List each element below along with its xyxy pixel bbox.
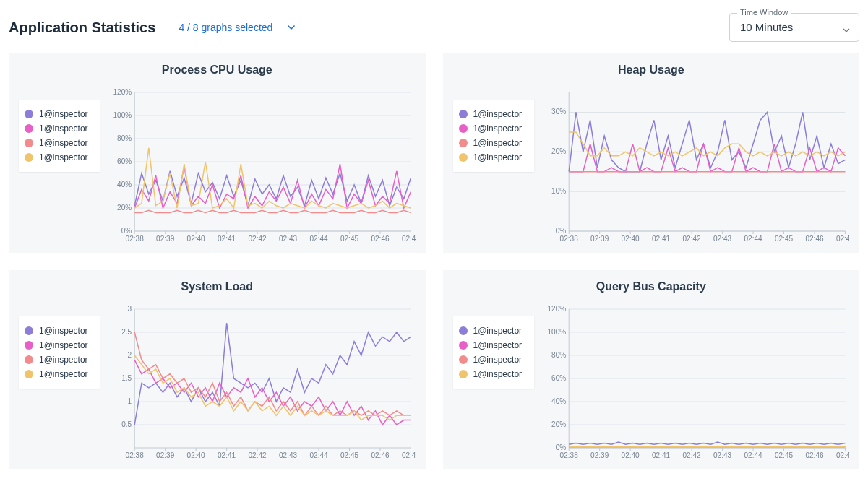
legend-row[interactable]: 1@inspector [459,136,528,150]
svg-text:02:38: 02:38 [126,235,145,243]
svg-text:02:42: 02:42 [249,451,267,459]
legend-row[interactable]: 1@inspector [25,324,94,338]
chart-area-cpu: 1@inspector1@inspector1@inspector1@inspe… [19,87,416,246]
svg-text:02:43: 02:43 [279,235,298,243]
graphs-selected-text: 4 / 8 graphs selected [179,22,272,33]
panel-grid: Process CPU Usage 1@inspector1@inspector… [0,53,868,484]
plot-qbus[interactable]: 0%20%40%60%80%100%120%02:3802:3902:4002:… [544,303,850,462]
plot-cpu[interactable]: 0%20%40%60%80%100%120%02:3802:3902:4002:… [110,87,416,246]
svg-text:02:38: 02:38 [126,451,145,459]
svg-text:1: 1 [128,397,132,405]
graphs-selected-toggle[interactable]: 4 / 8 graphs selected [179,22,297,33]
plot-wrap-load: 0.511.522.5302:3802:3902:4002:4102:4202:… [110,303,416,462]
legend-row[interactable]: 1@inspector [25,107,94,121]
svg-text:80%: 80% [117,134,132,142]
page-title: Application Statistics [9,20,155,36]
legend-cpu: 1@inspector1@inspector1@inspector1@inspe… [19,100,100,172]
legend-color-dot [25,110,33,118]
legend-row[interactable]: 1@inspector [25,367,94,381]
svg-text:100%: 100% [113,111,132,119]
legend-row[interactable]: 1@inspector [25,352,94,367]
legend-label: 1@inspector [473,124,523,134]
legend-label: 1@inspector [39,109,88,119]
svg-text:0.5: 0.5 [121,420,132,428]
legend-color-dot [25,341,33,350]
panel-title-qbus: Query Bus Capacity [453,280,850,293]
legend-row[interactable]: 1@inspector [459,352,528,367]
legend-row[interactable]: 1@inspector [459,367,528,381]
svg-text:30%: 30% [551,108,566,116]
svg-text:02:42: 02:42 [682,235,701,243]
legend-row[interactable]: 1@inspector [459,107,528,121]
chart-area-qbus: 1@inspector1@inspector1@inspector1@inspe… [453,303,850,462]
legend-label: 1@inspector [473,152,523,162]
svg-text:02:40: 02:40 [187,235,206,243]
svg-text:0%: 0% [121,227,132,235]
time-window-label: Time Window [737,8,791,17]
legend-label: 1@inspector [39,355,88,365]
svg-text:02:43: 02:43 [713,235,731,243]
svg-text:02:47: 02:47 [835,451,849,459]
header-bar: Application Statistics 4 / 8 graphs sele… [0,0,868,53]
svg-text:02:41: 02:41 [218,235,236,243]
legend-label: 1@inspector [473,109,523,119]
svg-text:02:44: 02:44 [744,451,762,459]
svg-text:20%: 20% [551,420,566,428]
legend-color-dot [459,139,468,147]
chevron-down-icon [285,22,297,33]
plot-wrap-heap: 0%10%20%30%02:3802:3902:4002:4102:4202:4… [544,87,850,246]
legend-label: 1@inspector [39,152,88,162]
svg-text:02:45: 02:45 [340,235,359,243]
legend-qbus: 1@inspector1@inspector1@inspector1@inspe… [453,316,534,389]
legend-color-dot [459,110,468,118]
plot-load[interactable]: 0.511.522.5302:3802:3902:4002:4102:4202:… [110,303,416,462]
svg-text:02:47: 02:47 [402,451,416,459]
svg-text:02:43: 02:43 [713,451,731,459]
svg-text:02:41: 02:41 [218,451,236,459]
legend-color-dot [459,341,468,350]
panel-qbus: Query Bus Capacity 1@inspector1@inspecto… [443,270,860,469]
chart-area-load: 1@inspector1@inspector1@inspector1@inspe… [19,303,416,462]
legend-color-dot [25,153,33,162]
legend-color-dot [459,326,468,335]
svg-text:02:46: 02:46 [805,451,824,459]
legend-label: 1@inspector [473,326,523,336]
svg-text:2.5: 2.5 [121,328,132,336]
panel-title-load: System Load [19,280,416,293]
legend-color-dot [25,355,33,364]
plot-wrap-qbus: 0%20%40%60%80%100%120%02:3802:3902:4002:… [544,303,850,462]
time-window-select[interactable]: Time Window 10 Minutes [729,13,859,42]
legend-row[interactable]: 1@inspector [459,324,528,338]
legend-label: 1@inspector [473,340,523,350]
time-window-value: 10 Minutes [740,21,793,33]
legend-label: 1@inspector [39,326,88,336]
legend-color-dot [25,370,33,378]
svg-text:02:38: 02:38 [559,235,578,243]
svg-text:02:43: 02:43 [279,451,298,459]
legend-row[interactable]: 1@inspector [25,338,94,352]
legend-row[interactable]: 1@inspector [459,150,528,165]
svg-text:02:45: 02:45 [340,451,359,459]
svg-text:40%: 40% [117,181,132,188]
legend-label: 1@inspector [473,369,523,379]
svg-text:60%: 60% [117,157,132,165]
legend-row[interactable]: 1@inspector [25,150,94,165]
legend-row[interactable]: 1@inspector [459,121,528,136]
svg-text:02:39: 02:39 [590,451,609,459]
svg-text:02:44: 02:44 [744,235,762,243]
legend-row[interactable]: 1@inspector [25,136,94,150]
legend-label: 1@inspector [39,369,88,379]
svg-text:100%: 100% [547,328,566,336]
svg-text:02:47: 02:47 [835,235,849,243]
panel-cpu: Process CPU Usage 1@inspector1@inspector… [9,53,426,253]
svg-text:02:40: 02:40 [621,235,640,243]
svg-text:02:46: 02:46 [805,235,824,243]
legend-row[interactable]: 1@inspector [25,121,94,136]
legend-label: 1@inspector [39,340,88,350]
legend-row[interactable]: 1@inspector [459,338,528,352]
plot-heap[interactable]: 0%10%20%30%02:3802:3902:4002:4102:4202:4… [544,87,850,246]
svg-text:02:41: 02:41 [652,235,671,243]
panel-heap: Heap Usage 1@inspector1@inspector1@inspe… [443,53,860,253]
legend-color-dot [459,153,468,162]
svg-text:3: 3 [128,305,132,313]
